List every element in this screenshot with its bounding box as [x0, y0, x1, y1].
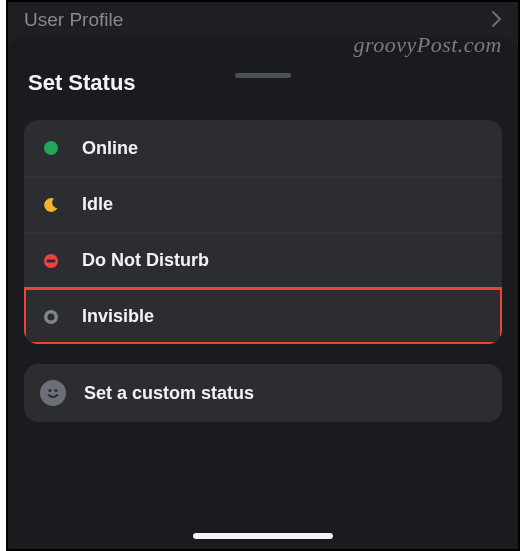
- status-label: Idle: [82, 194, 113, 215]
- status-row-idle[interactable]: Idle: [24, 176, 502, 232]
- custom-status-button[interactable]: Set a custom status: [24, 364, 502, 422]
- status-row-dnd[interactable]: Do Not Disturb: [24, 232, 502, 288]
- status-label: Do Not Disturb: [82, 250, 209, 271]
- svg-point-6: [54, 389, 57, 392]
- back-label[interactable]: User Profile: [24, 9, 123, 31]
- svg-point-4: [48, 313, 55, 320]
- invisible-icon: [42, 308, 60, 326]
- idle-icon: [42, 196, 60, 214]
- status-row-online[interactable]: Online: [24, 120, 502, 176]
- dnd-icon: [42, 252, 60, 270]
- app-window: User Profile Set Status Online Idle: [6, 0, 520, 551]
- status-label: Online: [82, 138, 138, 159]
- chevron-right-icon[interactable]: [492, 9, 502, 32]
- status-sheet: Set Status Online Idle: [8, 38, 518, 549]
- status-list: Online Idle Do Not Disturb: [24, 120, 502, 344]
- svg-point-0: [44, 141, 58, 155]
- online-icon: [42, 139, 60, 157]
- svg-rect-2: [47, 259, 56, 262]
- drag-handle-icon[interactable]: [235, 73, 291, 78]
- status-label: Invisible: [82, 306, 154, 327]
- status-row-invisible[interactable]: Invisible: [24, 288, 502, 344]
- smiley-icon: [40, 380, 66, 406]
- custom-status-label: Set a custom status: [84, 383, 254, 404]
- svg-point-5: [48, 389, 51, 392]
- home-indicator-icon[interactable]: [193, 533, 333, 539]
- header-row: User Profile: [8, 2, 518, 38]
